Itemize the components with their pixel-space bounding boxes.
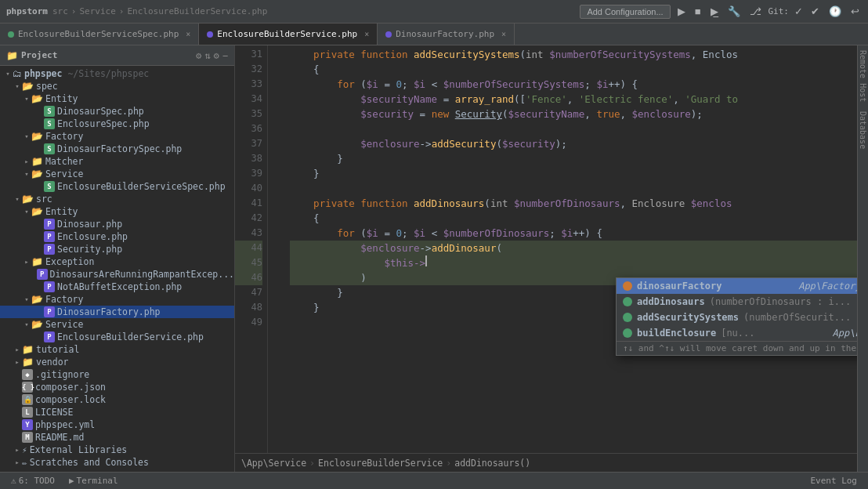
- add-configuration-button[interactable]: Add Configuration...: [580, 5, 670, 19]
- tree-item-dinosaurfactory[interactable]: P DinosaurFactory.php: [0, 306, 234, 318]
- vcs-icon[interactable]: ⎇: [747, 5, 764, 17]
- tree-item-dinosaurfactoryspec[interactable]: S DinosaurFactorySpec.php: [0, 143, 234, 155]
- tree-item-service-spec[interactable]: ▾ 📂 Service: [0, 168, 234, 180]
- ac-hint: ↑↓ and ^↑↓ will move caret down and up i…: [617, 341, 857, 355]
- remote-host-label[interactable]: Remote Host: [859, 45, 867, 107]
- database-label[interactable]: Database: [859, 107, 867, 154]
- tree-item-enclosurebuilderservicespec[interactable]: S EnclosureBuilderServiceSpec.php: [0, 180, 234, 193]
- service-label[interactable]: Service: [79, 6, 115, 16]
- breadcrumb-bar: \App\Service › EnclosureBuilderService ›…: [235, 453, 857, 472]
- tree-item-composerjson[interactable]: { } composer.json: [0, 381, 234, 393]
- ac-item-1[interactable]: addDinosaurs (numberOfDinosaurs : i... v…: [617, 294, 857, 310]
- code-line-31: private function addSecuritySystems(int …: [290, 47, 857, 62]
- tree-item-phpspecyml[interactable]: Y phpspec.yml: [0, 418, 234, 431]
- top-breadcrumb: src › Service › EnclosureBuilderService.…: [52, 6, 267, 16]
- coverage-button[interactable]: ▶̲: [708, 5, 721, 17]
- sidebar-minus-icon[interactable]: −: [222, 50, 228, 61]
- tree-item-src[interactable]: ▾ 📂 src: [0, 193, 234, 205]
- ac-icon-3: [623, 328, 632, 338]
- event-log-item[interactable]: Event Log: [805, 476, 862, 486]
- tree-item-entity[interactable]: ▾ 📂 Entity: [0, 92, 234, 105]
- sidebar-layout-icon[interactable]: ⇅: [204, 50, 210, 61]
- sidebar-settings-icon[interactable]: ⚙: [196, 50, 201, 61]
- editor-area: 3132333435 3637383940 414243 44 45 46 47…: [235, 45, 857, 472]
- tree-item-enclosurebuilderservice[interactable]: P EnclosureBuilderService.php: [0, 331, 234, 343]
- git-label: Git:: [769, 6, 790, 16]
- php-spec-icon: S: [44, 106, 55, 117]
- build-button[interactable]: 🔧: [725, 5, 743, 17]
- tree-item-dinosaurspec[interactable]: S DinosaurSpec.php: [0, 105, 234, 118]
- code-line-43: for ($i = 0; $i < $numberOfDinosaurs; $i…: [290, 226, 857, 241]
- tab-close-service[interactable]: ×: [364, 30, 369, 38]
- code-content[interactable]: private function addSecuritySystems(int …: [284, 45, 857, 453]
- stop-button[interactable]: ■: [693, 5, 703, 17]
- tabs-bar: EnclosureBuilderServiceSpec.php × Enclos…: [0, 24, 868, 45]
- tree-item-entity-src[interactable]: ▾ 📂 Entity: [0, 205, 234, 218]
- todo-item[interactable]: ⚠ 6: TODO: [6, 476, 60, 486]
- code-line-42: {: [290, 211, 857, 226]
- ac-item-0[interactable]: dinosaurFactory App\Factory\DinosaurFac.…: [617, 278, 857, 294]
- php-icon-enclosurebuilderservice: P: [44, 331, 55, 342]
- undo-button[interactable]: ↩: [848, 5, 862, 17]
- code-line-35: $security = new Security($securityName, …: [290, 107, 857, 121]
- git-check-button[interactable]: ✓: [792, 5, 805, 17]
- tree-item-factory-spec[interactable]: ▾ 📂 Factory: [0, 130, 234, 143]
- code-line-40: [290, 181, 857, 196]
- tree-item-readme[interactable]: M README.md: [0, 431, 234, 444]
- php-spec-icon4: S: [44, 181, 55, 192]
- tree-item-exception[interactable]: ▸ 📁 Exception: [0, 255, 234, 268]
- tab-spec[interactable]: EnclosureBuilderServiceSpec.php ×: [0, 24, 199, 45]
- ac-icon-1: [623, 297, 632, 306]
- src-label[interactable]: src: [52, 6, 68, 16]
- code-line-36: [290, 121, 857, 136]
- tree-item-enclosurespec[interactable]: S EnclosureSpec.php: [0, 118, 234, 130]
- main-layout: 📁 Project ⚙ ⇅ ⚙ − ▾ 🗂 phpspec ~/Sites/ph…: [0, 45, 868, 472]
- tree-item-matcher[interactable]: ▸ 📁 Matcher: [0, 155, 234, 168]
- tree-item-service-src[interactable]: ▾ 📂 Service: [0, 318, 234, 331]
- tree-root[interactable]: ▾ 🗂 phpspec ~/Sites/phpspec: [0, 67, 234, 80]
- event-log-label: Event Log: [810, 476, 857, 486]
- tab-close-spec[interactable]: ×: [186, 30, 190, 38]
- tab-factory[interactable]: DinosaurFactory.php ×: [378, 24, 515, 45]
- ac-item-3[interactable]: buildEnclosure [nu... App\Entity\Enclosu…: [617, 325, 857, 341]
- breadcrumb-part-2[interactable]: addDinosaurs(): [454, 458, 530, 469]
- tree-item-extlibs[interactable]: ▸ ⚡ External Libraries: [0, 444, 234, 456]
- git-section: Git: ✓ ✔: [769, 5, 823, 17]
- tree-item-vendor[interactable]: ▸ 📁 vendor: [0, 356, 234, 368]
- tab-close-factory[interactable]: ×: [501, 30, 506, 38]
- tree-item-scratches[interactable]: ▸ ✏ Scratches and Consoles: [0, 456, 234, 469]
- tab-service[interactable]: EnclosureBuilderService.php ×: [199, 24, 378, 45]
- gutter: [268, 45, 284, 453]
- sidebar-gear-icon[interactable]: ⚙: [214, 50, 219, 61]
- ac-item-2[interactable]: addSecuritySystems (numberOfSecurit... v…: [617, 310, 857, 325]
- sidebar-header-icons: ⚙ ⇅ ⚙ −: [196, 50, 228, 61]
- tree-item-composerlock[interactable]: 🔒 composer.lock: [0, 393, 234, 406]
- file-icon-license: L: [22, 407, 33, 418]
- tree-item-license[interactable]: L LICENSE: [0, 406, 234, 418]
- tree-item-spec[interactable]: ▾ 📂 spec: [0, 80, 234, 92]
- autocomplete-dropdown[interactable]: dinosaurFactory App\Factory\DinosaurFac.…: [616, 277, 857, 356]
- tree-item-security[interactable]: P Security.php: [0, 243, 234, 255]
- line-numbers: 3132333435 3637383940 414243 44 45 46 47…: [235, 45, 268, 453]
- tree-item-tutorial[interactable]: ▸ 📁 tutorial: [0, 343, 234, 356]
- tree-item-gitignore[interactable]: ◆ .gitignore: [0, 368, 234, 381]
- tree-item-enclosure[interactable]: P Enclosure.php: [0, 230, 234, 243]
- tree-item-exc1[interactable]: P DinosaursAreRunningRampantExcep...: [0, 268, 234, 281]
- terminal-item[interactable]: ▶ Terminal: [64, 476, 123, 486]
- file-label[interactable]: EnclosureBuilderService.php: [127, 6, 267, 16]
- breadcrumb-part-1[interactable]: EnclosureBuilderService: [318, 458, 443, 469]
- tree-item-dinosaur[interactable]: P Dinosaur.php: [0, 218, 234, 230]
- code-line-33: for ($i = 0; $i < $numberOfSecuritySyste…: [290, 77, 857, 92]
- run-button[interactable]: ▶: [675, 5, 688, 17]
- tree-item-factory-src[interactable]: ▾ 📂 Factory: [0, 293, 234, 306]
- ac-icon-0: [623, 281, 632, 291]
- tree-item-exc2[interactable]: P NotABuffetException.php: [0, 281, 234, 293]
- scratches-label: Scratches and Consoles: [30, 457, 149, 468]
- sidebar-title: Project: [21, 50, 193, 60]
- code-line-44: $enclosure->addDinosaur(: [290, 241, 857, 255]
- php-icon-dinosaurfactory: P: [44, 306, 55, 317]
- history-button[interactable]: 🕐: [826, 5, 844, 17]
- git-tick-button[interactable]: ✔: [808, 5, 822, 17]
- todo-label: 6: TODO: [19, 476, 55, 486]
- breadcrumb-part-0[interactable]: \App\Service: [241, 458, 306, 469]
